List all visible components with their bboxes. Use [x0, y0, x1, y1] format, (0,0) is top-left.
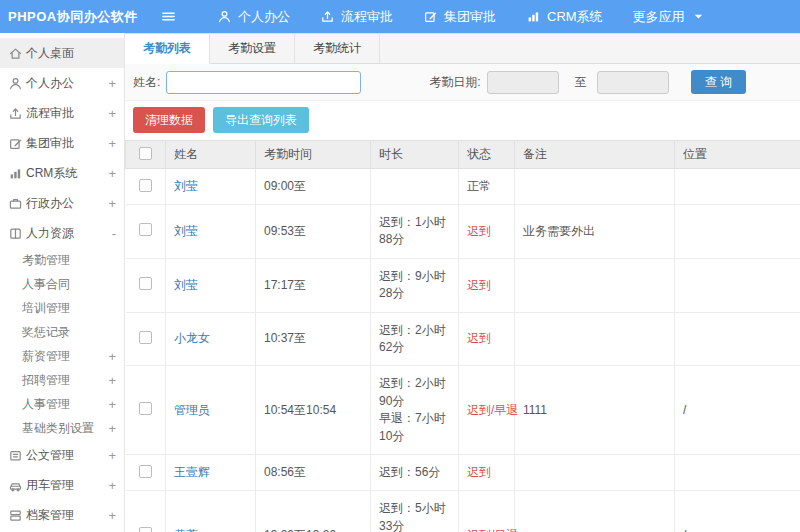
top-nav-item[interactable]: 流程审批 [305, 0, 408, 33]
search-button[interactable]: 查 询 [691, 70, 746, 94]
briefcase-icon [8, 196, 26, 211]
tab[interactable]: 考勤统计 [295, 34, 380, 63]
sidebar-subitem[interactable]: 薪资管理 + [0, 344, 124, 368]
person-icon [8, 76, 26, 91]
employee-name-link[interactable]: 黄蓉 [174, 528, 198, 532]
table-row: 刘莹 09:53至 迟到：1小时88分 迟到 业务需要外出 [126, 205, 800, 259]
sidebar-item-label: 集团审批 [26, 135, 104, 152]
sidebar-item[interactable]: CRM系统 + [0, 158, 124, 188]
sidebar: 个人桌面 个人办公 + 流程审批 + 集团审批 + CRM系统 + 行政办公 +… [0, 33, 125, 532]
table-row: 刘莹 09:00至 正常 [126, 169, 800, 205]
row-checkbox[interactable] [139, 277, 152, 290]
menu-icon[interactable] [148, 9, 188, 24]
sidebar-subitem[interactable]: 奖惩记录 [0, 320, 124, 344]
sidebar-item[interactable]: 人力资源 - [0, 218, 124, 248]
top-nav: 个人办公 流程审批 集团审批 CRM系统 更多应用 [202, 0, 721, 33]
location-cell [675, 169, 800, 205]
attendance-time-cell: 08:56至 [256, 454, 371, 490]
export-list-button[interactable]: 导出查询列表 [213, 107, 309, 133]
sidebar-subitem[interactable]: 基础类别设置 + [0, 416, 124, 440]
sidebar-subitem-label: 培训管理 [22, 300, 104, 317]
chart-icon [526, 9, 541, 24]
duration-cell: 迟到：1小时88分 [371, 205, 459, 259]
date-from-input[interactable] [487, 71, 559, 94]
attendance-time-cell: 09:00至 [256, 169, 371, 205]
select-all-checkbox[interactable] [139, 147, 152, 160]
expand-icon[interactable]: + [104, 196, 116, 211]
sidebar-item[interactable]: 用车管理 + [0, 470, 124, 500]
row-checkbox[interactable] [139, 527, 152, 532]
tab[interactable]: 考勤设置 [210, 34, 295, 63]
sidebar-subitem[interactable]: 人事合同 [0, 272, 124, 296]
expand-icon[interactable]: + [104, 106, 116, 121]
status-cell: 迟到 [459, 454, 515, 490]
attendance-time-cell: 09:53至 [256, 205, 371, 259]
clear-data-button[interactable]: 清理数据 [133, 107, 205, 133]
row-checkbox[interactable] [139, 223, 152, 236]
expand-icon[interactable]: + [104, 136, 116, 151]
note-cell [515, 312, 675, 366]
expand-icon[interactable]: + [104, 448, 116, 463]
car-icon [8, 478, 26, 493]
employee-name-link[interactable]: 刘莹 [174, 224, 198, 238]
sidebar-item[interactable]: 个人桌面 [0, 38, 124, 68]
sidebar-subitem-label: 薪资管理 [22, 348, 104, 365]
name-filter-input[interactable] [166, 71, 361, 94]
employee-name-link[interactable]: 管理员 [174, 403, 210, 417]
row-checkbox[interactable] [139, 179, 152, 192]
top-nav-item[interactable]: 集团审批 [408, 0, 511, 33]
sidebar-subitem[interactable]: 考勤管理 [0, 248, 124, 272]
chart-icon [8, 166, 26, 181]
sidebar-subitem[interactable]: 招聘管理 + [0, 368, 124, 392]
row-checkbox[interactable] [139, 465, 152, 478]
employee-name-link[interactable]: 小龙女 [174, 331, 210, 345]
note-cell [515, 258, 675, 312]
expand-icon[interactable]: + [104, 349, 116, 364]
expand-icon[interactable]: + [104, 508, 116, 523]
expand-icon[interactable]: + [104, 166, 116, 181]
top-nav-item[interactable]: 更多应用 [618, 0, 721, 33]
sidebar-subitem[interactable]: 人事管理 + [0, 392, 124, 416]
status-cell: 迟到 [459, 205, 515, 259]
table-row: 黄蓉 13:20至13:20 迟到：5小时33分 早退：4小时67分 迟到/早退… [126, 491, 800, 532]
location-cell [675, 312, 800, 366]
expand-icon[interactable]: + [104, 478, 116, 493]
sidebar-subitem[interactable]: 培训管理 [0, 296, 124, 320]
name-filter-label: 姓名: [133, 74, 160, 91]
top-nav-item[interactable]: 个人办公 [202, 0, 305, 33]
col-header-location: 位置 [675, 141, 800, 169]
expand-icon[interactable]: + [104, 373, 116, 388]
sidebar-item[interactable]: 个人办公 + [0, 68, 124, 98]
sidebar-item[interactable]: 流程审批 + [0, 98, 124, 128]
date-to-input[interactable] [597, 71, 669, 94]
sidebar-subitem-label: 人事合同 [22, 276, 104, 293]
date-to-label: 至 [575, 74, 587, 91]
sidebar-item[interactable]: 公文管理 + [0, 440, 124, 470]
expand-icon[interactable]: + [104, 76, 116, 91]
note-cell: 业务需要外出 [515, 205, 675, 259]
employee-name-link[interactable]: 刘莹 [174, 179, 198, 193]
row-checkbox[interactable] [139, 331, 152, 344]
top-nav-item[interactable]: CRM系统 [511, 0, 618, 33]
sidebar-item[interactable]: 档案管理 + [0, 500, 124, 530]
share-icon [320, 9, 335, 24]
sidebar-subitem-label: 基础类别设置 [22, 420, 104, 437]
row-checkbox[interactable] [139, 402, 152, 415]
book-icon [8, 226, 26, 241]
expand-icon[interactable]: + [104, 421, 116, 436]
sidebar-item[interactable]: 集团审批 + [0, 128, 124, 158]
employee-name-link[interactable]: 王壹辉 [174, 465, 210, 479]
sidebar-item[interactable]: 行政办公 + [0, 188, 124, 218]
expand-icon[interactable]: - [104, 226, 116, 241]
attendance-time-cell: 10:37至 [256, 312, 371, 366]
tab[interactable]: 考勤列表 [125, 34, 210, 64]
sidebar-item-label: 档案管理 [26, 507, 104, 524]
expand-icon[interactable]: + [104, 397, 116, 412]
home-icon [8, 46, 26, 61]
sidebar-item-label: 流程审批 [26, 105, 104, 122]
duration-cell: 迟到：2小时90分 早退：7小时10分 [371, 366, 459, 455]
duration-cell: 迟到：9小时28分 [371, 258, 459, 312]
note-cell: 1111 [515, 366, 675, 455]
employee-name-link[interactable]: 刘莹 [174, 278, 198, 292]
table-row: 刘莹 17:17至 迟到：9小时28分 迟到 [126, 258, 800, 312]
